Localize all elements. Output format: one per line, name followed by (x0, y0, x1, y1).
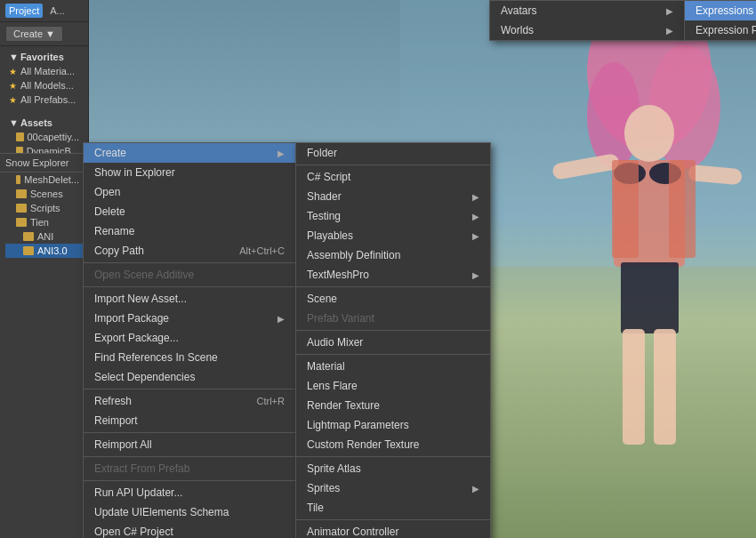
menu-item-create[interactable]: Create ▶ (84, 143, 295, 163)
separator-4 (84, 432, 295, 433)
sub-menu-item-audio-mixer[interactable]: Audio Mixer (296, 333, 490, 352)
menu-item-update-ui[interactable]: Update UIElements Schema (84, 502, 295, 522)
svg-rect-12 (623, 329, 645, 445)
favorites-section: ▼ Favorites ★ All Materia... ★ All Model… (0, 46, 88, 110)
assets-item-4[interactable]: Scenes (5, 187, 83, 201)
assets-item-8[interactable]: ANI3.0 (5, 244, 83, 258)
folder-icon (16, 218, 27, 227)
menu-item-import-package[interactable]: Import Package ▶ (84, 309, 295, 328)
sub-menu-item-lens-flare[interactable]: Lens Flare (296, 376, 490, 396)
sub-menu-label-testing: Testing (307, 210, 341, 222)
separator-2 (84, 286, 295, 287)
sub-menu-label-sprites: Sprites (307, 482, 340, 494)
menu-item-find-references[interactable]: Find References In Scene (84, 348, 295, 367)
menu-item-show-explorer[interactable]: Show in Explorer (84, 163, 295, 182)
menu-item-open-cs[interactable]: Open C# Project (84, 522, 295, 538)
menu-item-import-new-asset[interactable]: Import New Asset... (84, 289, 295, 309)
sub-menu-label-animator-ctrl: Animator Controller (307, 526, 398, 538)
create-button[interactable]: Create ▼ (5, 26, 63, 42)
menu-item-extract-prefab: Extract From Prefab (84, 459, 295, 478)
panel-toolbar: Create ▼ (0, 22, 88, 46)
folder-icon (16, 189, 27, 198)
sub-menu-label-shader: Shader (307, 190, 342, 203)
sub-menu-label-folder: Folder (307, 147, 337, 159)
context-menu-create-sub: Folder C# Script Shader ▶ Testing ▶ Play… (295, 142, 491, 538)
menu-item-rename[interactable]: Rename (84, 221, 295, 241)
favorites-models-label: All Models... (20, 80, 74, 91)
sub-menu-item-tile[interactable]: Tile (296, 498, 490, 518)
sub-menu-label-textmeshpro: TextMeshPro (307, 269, 369, 281)
svg-rect-11 (621, 262, 679, 333)
sub-sep-6 (296, 519, 490, 520)
assets-item-5[interactable]: Scripts (5, 201, 83, 215)
menu-label-create: Create (94, 147, 126, 159)
sub-menu-label-tile: Tile (307, 502, 324, 514)
assets-item-7[interactable]: ANI (5, 229, 83, 244)
sub-sep-2 (296, 286, 490, 287)
arrow-icon: ▶ (472, 270, 479, 280)
tab-project[interactable]: Project (5, 4, 43, 18)
vrchat-menu-item-avatars[interactable]: Avatars ▶ (490, 1, 684, 20)
sub-menu-item-animator-ctrl[interactable]: Animator Controller (296, 522, 490, 538)
sub-menu-item-textmeshpro[interactable]: TextMeshPro ▶ (296, 265, 490, 285)
avatars-menu-item-parameters[interactable]: Expression Parameters (685, 20, 756, 40)
avatars-menu-item-expressions[interactable]: Expressions Menu (685, 1, 756, 20)
sub-menu-item-material[interactable]: Material (296, 357, 490, 376)
menu-label-import-package: Import Package (94, 312, 169, 325)
assets-item-0[interactable]: 00capettiy... (5, 130, 83, 144)
context-menu-create: Create ▶ Show in Explorer Open Delete Re… (83, 142, 296, 538)
favorites-item-models[interactable]: ★ All Models... (5, 78, 83, 92)
svg-rect-15 (669, 160, 696, 258)
svg-rect-13 (654, 329, 676, 445)
arrow-icon: ▶ (472, 231, 479, 241)
sub-menu-item-scene[interactable]: Scene (296, 289, 490, 309)
star-icon: ★ (9, 95, 17, 105)
separator-3 (84, 389, 295, 389)
avatars-menu-label-parameters: Expression Parameters (696, 24, 756, 36)
menu-label-import-new-asset: Import New Asset... (94, 293, 187, 305)
sub-menu-item-assembly[interactable]: Assembly Definition (296, 245, 490, 265)
sub-menu-item-custom-render[interactable]: Custom Render Texture (296, 435, 490, 454)
menu-item-export-package[interactable]: Export Package... (84, 328, 295, 348)
sub-menu-item-sprite-atlas[interactable]: Sprite Atlas (296, 459, 490, 478)
menu-item-run-api[interactable]: Run API Updater... (84, 483, 295, 502)
svg-point-8 (624, 105, 674, 162)
sub-menu-item-testing[interactable]: Testing ▶ (296, 206, 490, 226)
menu-item-reimport[interactable]: Reimport (84, 411, 295, 430)
sub-menu-item-lightmap[interactable]: Lightmap Parameters (296, 415, 490, 435)
shortcut-copy-path: Alt+Ctrl+C (239, 245, 285, 256)
sub-menu-item-csharp[interactable]: C# Script (296, 167, 490, 187)
menu-label-export-package: Export Package... (94, 332, 179, 344)
sub-menu-item-render-texture[interactable]: Render Texture (296, 396, 490, 415)
menu-item-open[interactable]: Open (84, 182, 295, 202)
assets-item-6[interactable]: Tien (5, 215, 83, 229)
menu-item-refresh[interactable]: Refresh Ctrl+R (84, 391, 295, 411)
menu-item-delete[interactable]: Delete (84, 202, 295, 221)
sub-menu-label-csharp: C# Script (307, 171, 350, 183)
assets-item-3[interactable]: MeshDelet... (5, 173, 83, 187)
menu-item-reimport-all[interactable]: Reimport All (84, 435, 295, 454)
menu-label-update-ui: Update UIElements Schema (94, 506, 229, 518)
favorites-item-materials[interactable]: ★ All Materia... (5, 64, 83, 78)
arrow-icon: ▶ (472, 484, 479, 494)
menu-label-reimport-all: Reimport All (94, 438, 152, 451)
sub-menu-item-sprites[interactable]: Sprites ▶ (296, 478, 490, 498)
sub-menu-item-playables[interactable]: Playables ▶ (296, 226, 490, 245)
sub-menu-item-folder[interactable]: Folder (296, 143, 490, 163)
sub-menu-label-lightmap: Lightmap Parameters (307, 419, 409, 431)
favorites-item-prefabs[interactable]: ★ All Prefabs... (5, 92, 83, 107)
sub-menu-item-shader[interactable]: Shader ▶ (296, 187, 490, 206)
menu-item-select-dependencies[interactable]: Select Dependencies (84, 367, 295, 387)
sub-menu-label-audio-mixer: Audio Mixer (307, 336, 363, 349)
sub-menu-label-scene: Scene (307, 293, 337, 305)
menu-item-copy-path[interactable]: Copy Path Alt+Ctrl+C (84, 241, 295, 261)
sub-sep-1 (296, 165, 490, 165)
vrchat-menu-label-avatars: Avatars (501, 4, 536, 17)
separator-5 (84, 456, 295, 457)
vrchat-menu-item-worlds[interactable]: Worlds ▶ (490, 20, 684, 40)
context-menu-vrchat: Avatars ▶ Worlds ▶ (489, 0, 685, 41)
folder-icon (16, 132, 24, 141)
tab-other[interactable]: A... (46, 4, 68, 18)
arrow-icon: ▶ (472, 192, 479, 202)
sub-menu-label-sprite-atlas: Sprite Atlas (307, 462, 361, 475)
